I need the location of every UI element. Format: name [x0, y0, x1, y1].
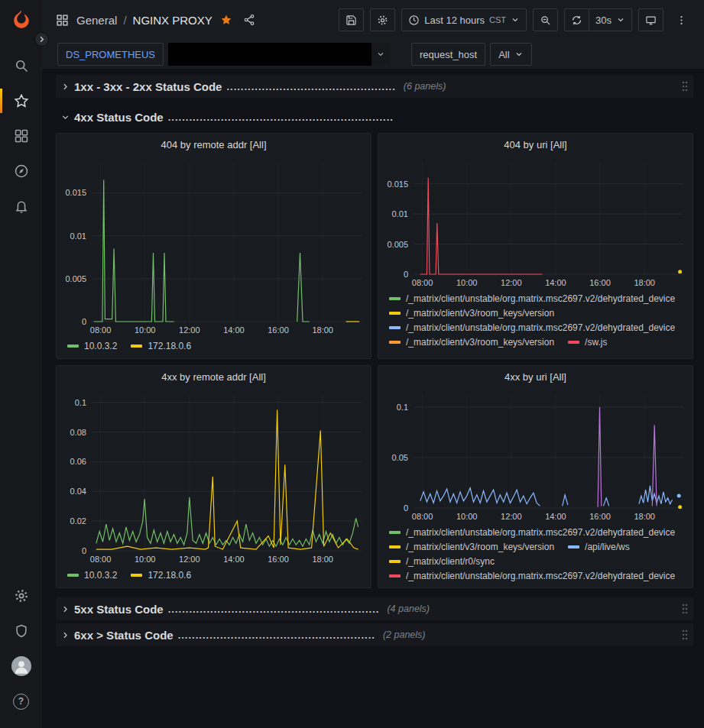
row-title-dots: ........................................… [178, 629, 375, 641]
dashboards-icon [14, 128, 29, 144]
svg-text:0.1: 0.1 [397, 403, 408, 412]
panel-title[interactable]: 404 by uri [All] [378, 134, 693, 155]
legend-label: /api/live/ws [585, 542, 630, 552]
svg-text:18:00: 18:00 [634, 278, 655, 287]
refresh-button[interactable] [564, 8, 589, 31]
chevron-right-icon [60, 604, 74, 614]
legend-label: /_matrix/client/unstable/org.matrix.msc2… [406, 293, 675, 304]
chevron-right-icon [60, 82, 74, 92]
row-header-4xx[interactable]: 4xx Status Code ........................… [56, 105, 693, 128]
legend-label: 10.0.3.2 [84, 341, 117, 351]
dashboard-settings-button[interactable] [370, 8, 395, 31]
more-options-button[interactable] [670, 11, 693, 29]
legend-swatch [389, 312, 401, 315]
legend-item[interactable]: /_matrix/client/unstable/org.matrix.msc2… [389, 525, 675, 539]
time-series-chart[interactable]: 00.020.040.060.080.108:0010:0012:0014:00… [57, 387, 371, 566]
tv-monitor-icon [645, 15, 657, 26]
sidebar-expand-button[interactable] [34, 32, 49, 47]
legend-item[interactable]: 10.0.3.2 [67, 338, 117, 353]
sidebar-bottom: ? [0, 578, 42, 719]
legend-item[interactable]: /_matrix/client/unstable/org.matrix.msc2… [389, 568, 675, 583]
svg-text:14:00: 14:00 [223, 555, 245, 564]
legend-item[interactable]: 10.0.3.2 [67, 568, 117, 582]
time-series-chart[interactable]: 00.050.108:0010:0012:0014:0016:0018:00 [378, 387, 693, 523]
grafana-logo[interactable] [10, 8, 33, 31]
drag-handle-icon[interactable] [681, 80, 689, 92]
refresh-picker: 30s [564, 8, 632, 31]
panel-4xx-by-uri: 4xx by uri [All] 00.050.108:0010:0012:00… [378, 365, 693, 588]
drag-handle-icon[interactable] [681, 629, 689, 641]
svg-text:08:00: 08:00 [412, 278, 433, 287]
breadcrumb-folder[interactable]: General [76, 14, 117, 27]
row-title: 1xx - 3xx - 2xx Status Code [74, 80, 222, 93]
timezone-label: CST [489, 15, 506, 24]
time-range-label: Last 12 hours [424, 15, 485, 26]
panel-title[interactable]: 4xx by remote addr [All] [57, 366, 371, 387]
legend-swatch [389, 297, 401, 300]
legend-item[interactable]: /_matrix/client/v3/room_keys/version [389, 306, 554, 320]
share-button[interactable] [240, 11, 258, 29]
time-series-chart[interactable]: 00.0050.010.01508:0010:0012:0014:0016:00… [57, 155, 371, 337]
sidebar-item-dashboards[interactable] [0, 118, 42, 154]
legend-item[interactable]: /_matrix/client/unstable/org.matrix.msc2… [389, 291, 675, 306]
request-host-variable-label[interactable]: request_host [411, 43, 485, 66]
svg-text:0: 0 [82, 546, 86, 555]
sidebar-item-help[interactable]: ? [0, 684, 42, 719]
drag-handle-icon[interactable] [681, 603, 689, 615]
sidebar-item-server-admin[interactable] [0, 613, 42, 649]
svg-text:14:00: 14:00 [223, 325, 245, 335]
legend-label: /_matrix/client/unstable/org.matrix.msc2… [406, 322, 675, 333]
row-header-6xx[interactable]: 6xx > Status Code ......................… [56, 623, 693, 646]
panel-title[interactable]: 404 by remote addr [All] [57, 134, 371, 155]
kiosk-mode-button[interactable] [638, 8, 663, 31]
legend-swatch [389, 574, 401, 578]
svg-text:0: 0 [82, 317, 86, 326]
refresh-interval-dropdown[interactable]: 30s [589, 8, 632, 31]
datasource-variable-label[interactable]: DS_PROMETHEUS [57, 43, 164, 66]
favorite-star-button[interactable] [217, 11, 235, 29]
page-title[interactable]: NGINX PROXY [133, 14, 212, 27]
legend-item[interactable]: 172.18.0.6 [131, 568, 191, 582]
legend-item[interactable]: /_matrix/client/v3/room_keys/version [389, 539, 554, 554]
request-host-value: All [498, 49, 509, 60]
zoom-out-icon [540, 15, 551, 26]
svg-text:0.015: 0.015 [387, 180, 408, 189]
chart-svg: 00.020.040.060.080.108:0010:0012:0014:00… [57, 387, 371, 566]
sidebar-item-explore[interactable] [0, 154, 42, 189]
zoom-out-time-button[interactable] [533, 8, 558, 31]
sidebar-item-alerting[interactable] [0, 189, 42, 224]
chevron-down-icon [60, 112, 74, 122]
legend-item[interactable]: /api/live/ws [568, 539, 630, 554]
sidebar-item-search[interactable] [0, 48, 42, 83]
dashboard-settings-gear-icon [377, 15, 388, 26]
legend-label: /_matrix/client/v3/room_keys/version [406, 542, 554, 552]
svg-text:0.01: 0.01 [392, 209, 408, 218]
request-host-select[interactable]: All [490, 43, 531, 66]
sidebar-item-configuration[interactable] [0, 578, 42, 613]
sidebar-item-starred[interactable] [0, 83, 42, 118]
svg-text:0: 0 [404, 270, 408, 279]
chart-svg: 00.050.108:0010:0012:0014:0016:0018:00 [378, 387, 693, 523]
legend-item[interactable]: /_matrix/client/r0/sync [389, 554, 495, 568]
row-header-1xx-3xx-2xx[interactable]: 1xx - 3xx - 2xx Status Code ............… [56, 75, 693, 98]
panel-title[interactable]: 4xx by uri [All] [378, 366, 693, 387]
legend-item[interactable]: /_matrix/client/unstable/org.matrix.msc2… [389, 320, 675, 335]
caret-down-icon [616, 15, 625, 24]
legend-item[interactable]: /sw.js [568, 335, 607, 349]
time-range-picker[interactable]: Last 12 hours CST [401, 8, 527, 31]
datasource-select[interactable] [168, 43, 390, 66]
legend-item[interactable]: 172.18.0.6 [131, 338, 191, 353]
svg-text:0.01: 0.01 [70, 231, 86, 241]
legend-label: 172.18.0.6 [148, 570, 191, 581]
save-dashboard-button[interactable] [339, 8, 364, 31]
chevron-right-icon [60, 630, 74, 640]
legend-swatch [67, 574, 79, 577]
top-nav: General / NGINX PROXY Last 12 hours [42, 0, 704, 40]
svg-text:18:00: 18:00 [312, 325, 333, 335]
legend-item[interactable]: /_matrix/client/v3/room_keys/version [389, 335, 554, 349]
legend-swatch [389, 326, 401, 329]
time-series-chart[interactable]: 00.0050.010.01508:0010:0012:0014:0016:00… [378, 155, 693, 290]
star-icon [14, 93, 29, 108]
sidebar-item-profile[interactable] [0, 649, 42, 684]
row-header-5xx[interactable]: 5xx Status Code ........................… [56, 597, 693, 620]
